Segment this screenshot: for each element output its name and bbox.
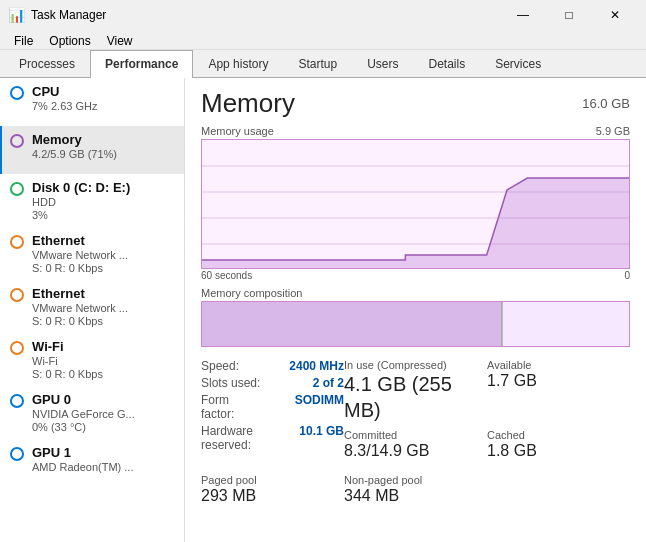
maximize-button[interactable]: □ [546,4,592,26]
title-bar: 📊 Task Manager — □ ✕ [0,0,646,30]
minimize-button[interactable]: — [500,4,546,26]
memory-text: Memory 4.2/5.9 GB (71%) [32,132,176,160]
cpu-text: CPU 7% 2.63 GHz [32,84,176,112]
sidebar-item-gpu1[interactable]: GPU 1 AMD Radeon(TM) ... [0,439,184,487]
gpu0-sub2: 0% (33 °C) [32,421,176,433]
ethernet2-sub2: S: 0 R: 0 Kbps [32,315,176,327]
ethernet1-sub1: VMware Network ... [32,249,176,261]
memory-usage-section: Memory usage 5.9 GB 60 seconds 0 [201,125,630,281]
stat-formfactor-value: SODIMM [264,393,344,421]
sidebar-item-ethernet2[interactable]: Ethernet VMware Network ... S: 0 R: 0 Kb… [0,280,184,333]
sidebar-item-ethernet1[interactable]: Ethernet VMware Network ... S: 0 R: 0 Kb… [0,227,184,280]
disk0-sub2: 3% [32,209,176,221]
ethernet2-text: Ethernet VMware Network ... S: 0 R: 0 Kb… [32,286,176,327]
stat-cached-label: Cached [487,429,630,441]
tab-details[interactable]: Details [413,50,480,78]
menu-view[interactable]: View [99,32,141,47]
app-icon: 📊 [8,7,25,23]
gpu0-label: GPU 0 [32,392,176,407]
ethernet1-text: Ethernet VMware Network ... S: 0 R: 0 Kb… [32,233,176,274]
stat-paged: Paged pool 293 MB [201,474,344,507]
svg-rect-7 [503,302,629,347]
stat-hwreserved-row: Hardware reserved: 10.1 GB [201,424,344,452]
stats-area: In use (Compressed) 4.1 GB (255 MB) Avai… [201,359,630,507]
app-title: Task Manager [31,8,106,22]
stat-available-value: 1.7 GB [487,371,630,392]
time-label-right: 0 [624,270,630,281]
detail-header: Memory 16.0 GB [201,88,630,119]
window-controls: — □ ✕ [500,4,638,26]
stat-paged-value: 293 MB [201,486,344,507]
stat-committed-label: Committed [344,429,487,441]
cpu-label: CPU [32,84,176,99]
sidebar-item-cpu[interactable]: CPU 7% 2.63 GHz [0,78,184,126]
tab-services[interactable]: Services [480,50,556,78]
memory-label: Memory [32,132,176,147]
svg-rect-6 [501,302,503,347]
tab-users[interactable]: Users [352,50,413,78]
wifi-text: Wi-Fi Wi-Fi S: 0 R: 0 Kbps [32,339,176,380]
composition-section: Memory composition [201,287,630,347]
gpu0-text: GPU 0 NVIDIA GeForce G... 0% (33 °C) [32,392,176,433]
tab-performance[interactable]: Performance [90,50,193,78]
chart-max: 5.9 GB [596,125,630,137]
memory-sub: 4.2/5.9 GB (71%) [32,148,176,160]
ethernet1-label: Ethernet [32,233,176,248]
menu-file[interactable]: File [6,32,41,47]
sidebar-item-wifi[interactable]: Wi-Fi Wi-Fi S: 0 R: 0 Kbps [0,333,184,386]
main-content: CPU 7% 2.63 GHz Memory 4.2/5.9 GB (71%) … [0,78,646,542]
detail-title: Memory [201,88,295,119]
composition-label: Memory composition [201,287,630,299]
gpu1-indicator [10,447,24,461]
tab-startup[interactable]: Startup [283,50,352,78]
stat-slots-row: Slots used: 2 of 2 [201,376,344,390]
wifi-sub2: S: 0 R: 0 Kbps [32,368,176,380]
tab-processes[interactable]: Processes [4,50,90,78]
stat-available: Available 1.7 GB [487,359,630,423]
chart-time-labels: 60 seconds 0 [201,270,630,281]
wifi-indicator [10,341,24,355]
stat-formfactor-row: Form factor: SODIMM [201,393,344,421]
ethernet2-indicator [10,288,24,302]
chart-label-text: Memory usage [201,125,274,137]
stat-committed-value: 8.3/14.9 GB [344,441,487,462]
tab-apphistory[interactable]: App history [193,50,283,78]
gpu0-sub1: NVIDIA GeForce G... [32,408,176,420]
stat-cached-value: 1.8 GB [487,441,630,462]
gpu0-indicator [10,394,24,408]
stat-nonpaged-value: 344 MB [344,486,487,507]
stat-nonpaged-label: Non-paged pool [344,474,487,486]
cpu-indicator [10,86,24,100]
stat-hwreserved-value: 10.1 GB [264,424,344,452]
sidebar: CPU 7% 2.63 GHz Memory 4.2/5.9 GB (71%) … [0,78,185,542]
menu-bar: File Options View [0,30,646,50]
svg-rect-5 [202,302,501,347]
stat-speed-label: Speed: [201,359,239,373]
right-stats: Speed: 2400 MHz Slots used: 2 of 2 Form … [201,359,344,462]
ethernet1-sub2: S: 0 R: 0 Kbps [32,262,176,274]
disk0-sub1: HDD [32,196,176,208]
chart-label-row: Memory usage 5.9 GB [201,125,630,137]
stat-committed: Committed 8.3/14.9 GB [344,429,487,462]
sidebar-item-gpu0[interactable]: GPU 0 NVIDIA GeForce G... 0% (33 °C) [0,386,184,439]
close-button[interactable]: ✕ [592,4,638,26]
sidebar-item-memory[interactable]: Memory 4.2/5.9 GB (71%) [0,126,184,174]
memory-indicator [10,134,24,148]
tab-bar: Processes Performance App history Startu… [0,50,646,78]
stat-formfactor-label: Form factor: [201,393,264,421]
stat-inuse-value: 4.1 GB (255 MB) [344,371,487,423]
stat-inuse: In use (Compressed) 4.1 GB (255 MB) [344,359,487,423]
ethernet2-sub1: VMware Network ... [32,302,176,314]
stat-hwreserved-label: Hardware reserved: [201,424,264,452]
stat-available-label: Available [487,359,630,371]
menu-options[interactable]: Options [41,32,98,47]
stat-cached: Cached 1.8 GB [487,429,630,462]
stat-slots-label: Slots used: [201,376,260,390]
disk0-label: Disk 0 (C: D: E:) [32,180,176,195]
memory-usage-chart [201,139,630,269]
sidebar-item-disk0[interactable]: Disk 0 (C: D: E:) HDD 3% [0,174,184,227]
stat-inuse-label: In use (Compressed) [344,359,487,371]
stat-paged-label: Paged pool [201,474,344,486]
stat-speed-value: 2400 MHz [264,359,344,373]
gpu1-text: GPU 1 AMD Radeon(TM) ... [32,445,176,473]
